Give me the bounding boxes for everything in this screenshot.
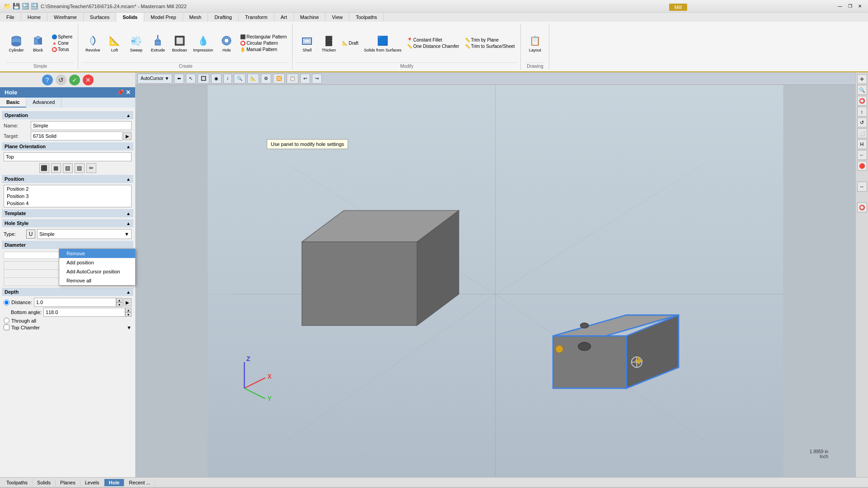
tab-advanced[interactable]: Advanced [26, 98, 61, 108]
tab-toolpaths[interactable]: Toolpaths [2, 479, 33, 486]
bottom-angle-down[interactable]: ▼ [125, 312, 132, 317]
vp-btn-11[interactable]: ↩ [300, 74, 310, 84]
tab-surfaces[interactable]: Surfaces [84, 13, 116, 22]
revolve-button[interactable]: Revolve [83, 33, 103, 54]
vp-btn-8[interactable]: ⚙ [261, 74, 271, 84]
top-chamfer-checkbox[interactable] [4, 324, 9, 330]
right-tool-8[interactable]: ← [857, 150, 867, 160]
tab-toolpaths[interactable]: Toolpaths [349, 13, 384, 22]
tab-solids[interactable]: Solids [116, 13, 144, 23]
bottom-angle-spinner[interactable]: ▲ ▼ [125, 308, 132, 317]
tab-model-prep[interactable]: Model Prep [144, 13, 183, 22]
position-item-2[interactable]: Position 2 [4, 185, 131, 192]
tab-mesh[interactable]: Mesh [183, 13, 208, 22]
panel-pin-icon[interactable]: 📌 [117, 89, 124, 96]
ok-button[interactable]: ✓ [69, 75, 80, 85]
vp-btn-10[interactable]: 📋 [287, 74, 298, 84]
vp-btn-2[interactable]: ↖ [186, 74, 196, 84]
plane-icon-5[interactable]: ✏ [86, 163, 96, 173]
vp-btn-7[interactable]: 📐 [247, 74, 259, 84]
constant-fillet-button[interactable]: 📍 Constant Fillet [405, 37, 461, 43]
sphere-button[interactable]: 🔵 Sphere [50, 34, 74, 40]
vp-btn-3[interactable]: 🔲 [198, 74, 209, 84]
template-section-header[interactable]: Template ▲ [2, 209, 133, 217]
plane-icon-2[interactable]: ▦ [51, 163, 61, 173]
tab-art[interactable]: Art [274, 13, 294, 22]
rect-pattern-button[interactable]: ⬛ Rectangular Pattern [238, 34, 288, 40]
distance-down[interactable]: ▼ [116, 302, 123, 307]
tab-hole[interactable]: Hole [104, 479, 125, 486]
cone-button[interactable]: 🔺 Cone [50, 40, 74, 46]
thicken-button[interactable]: ▓ Thicken [319, 33, 339, 54]
vp-btn-6[interactable]: 🔍 [234, 74, 245, 84]
plane-orientation-section-header[interactable]: Plane Orientation ▲ [2, 142, 133, 150]
distance-select-button[interactable]: ▶ [123, 298, 132, 306]
loft-button[interactable]: 📐 Loft [104, 33, 124, 54]
tab-home[interactable]: Home [21, 13, 47, 22]
cylinder-button[interactable]: Cylinder [6, 33, 26, 54]
right-tool-4[interactable]: ↕ [857, 107, 867, 117]
impression-button[interactable]: 💧 Impression [191, 33, 215, 54]
vp-btn-4[interactable]: ◉ [211, 74, 222, 84]
right-tool-5[interactable]: ↺ [857, 117, 867, 127]
type-select[interactable]: Simple ▼ [37, 229, 132, 239]
through-all-row[interactable]: Through all [4, 318, 132, 324]
right-tool-1[interactable]: ✛ [857, 74, 867, 84]
tab-planes[interactable]: Planes [56, 479, 80, 486]
tab-wireframe[interactable]: Wireframe [47, 13, 84, 22]
vp-btn-5[interactable]: ↕ [223, 74, 232, 84]
distance-spinner[interactable]: ▲ ▼ [116, 298, 123, 307]
ctx-remove-all[interactable]: Remove all [59, 276, 135, 285]
plane-icon-4[interactable]: ▨ [75, 163, 85, 173]
shell-button[interactable]: Shell [297, 33, 317, 54]
plane-icon-1[interactable]: ⬛ [39, 163, 49, 173]
distance-up[interactable]: ▲ [116, 298, 123, 302]
block-button[interactable]: Block [28, 33, 48, 54]
right-tool-6[interactable]: ⬜ [857, 128, 867, 138]
redo-icon[interactable]: 🔜 [31, 3, 38, 9]
sweep-button[interactable]: 💨 Sweep [126, 33, 146, 54]
maximize-button[interactable]: ❐ [845, 2, 854, 10]
plane-icon-3[interactable]: ▧ [63, 163, 73, 173]
tab-view[interactable]: View [326, 13, 349, 22]
position-item-4[interactable]: Position 4 [4, 200, 131, 207]
tab-transform[interactable]: Transform [239, 13, 274, 22]
top-chamfer-row[interactable]: Top Chamfer ▼ [4, 324, 132, 330]
title-quick-access[interactable]: 📁 💾 🔙 🔜 [4, 3, 38, 9]
extrude-button[interactable]: Extrude [148, 33, 168, 54]
reset-button[interactable]: ↺ [56, 75, 66, 85]
tab-drafting[interactable]: Drafting [208, 13, 239, 22]
depth-section-header[interactable]: Depth ▲ [2, 288, 133, 296]
vp-btn-1[interactable]: ⬅ [174, 74, 184, 84]
right-tool-10[interactable]: ↔ [857, 182, 867, 192]
autocursor-button[interactable]: AutoCursor ▼ [137, 74, 172, 84]
solids-from-surfaces-button[interactable]: 🟦 Solids from Surfaces [362, 33, 403, 54]
target-browse-button[interactable]: ▶ [123, 132, 132, 140]
viewport-canvas[interactable]: ✛ X Y Z 1.9959 in Inch [136, 85, 855, 477]
right-tool-7[interactable]: H [857, 139, 867, 149]
cancel-button[interactable]: ✕ [83, 75, 94, 85]
right-tool-11[interactable]: ⭕ [857, 202, 867, 212]
hole-button[interactable]: Hole [217, 33, 236, 54]
tab-basic[interactable]: Basic [0, 98, 26, 108]
trim-by-plane-button[interactable]: 📏 Trim by Plane [463, 37, 517, 43]
open-icon[interactable]: 💾 [13, 3, 20, 9]
tab-machine[interactable]: Machine [294, 13, 326, 22]
tab-solids-bottom[interactable]: Solids [33, 479, 56, 486]
operation-section-header[interactable]: Operation ▲ [2, 111, 133, 119]
target-input[interactable] [31, 131, 123, 141]
distance-radio-label[interactable]: Distance: [4, 300, 32, 305]
save-icon[interactable]: 📁 [4, 3, 11, 9]
help-button[interactable]: ? [42, 75, 53, 85]
chamfer-button[interactable]: 📏 One Distance Chamfer [405, 43, 461, 49]
distance-input[interactable] [34, 298, 116, 307]
right-tool-9[interactable]: 🔴 [857, 161, 867, 171]
tab-file[interactable]: File [0, 13, 21, 22]
boolean-button[interactable]: 🔲 Boolean [170, 33, 189, 54]
tab-levels[interactable]: Levels [80, 479, 104, 486]
panel-close-icon[interactable]: ✕ [126, 89, 131, 96]
panel-title-icons[interactable]: 📌 ✕ [117, 89, 131, 96]
close-button[interactable]: ✕ [855, 2, 864, 10]
vp-btn-12[interactable]: ↪ [312, 74, 322, 84]
position-section-header[interactable]: Position ▲ [2, 175, 133, 183]
